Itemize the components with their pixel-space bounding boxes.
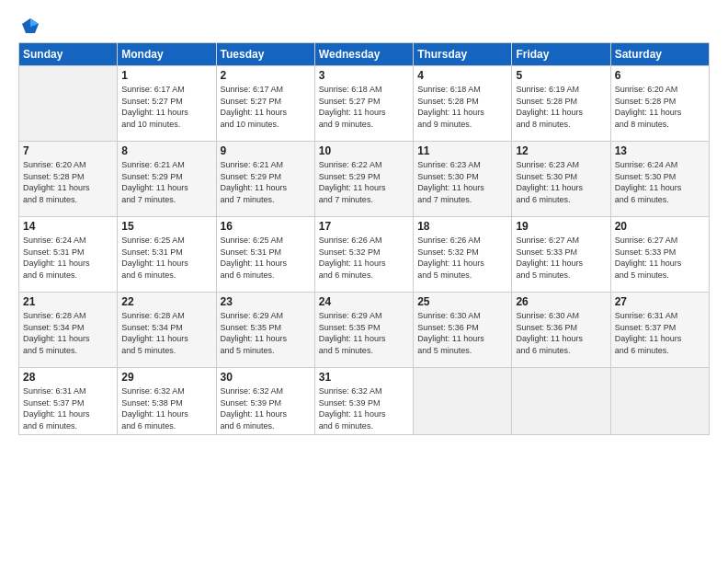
day-number: 4 [417, 69, 507, 82]
day-number: 6 [615, 69, 705, 82]
calendar-cell [610, 368, 709, 435]
day-info: Sunrise: 6:26 AM Sunset: 5:32 PM Dayligh… [417, 236, 484, 280]
day-info: Sunrise: 6:31 AM Sunset: 5:37 PM Dayligh… [23, 386, 90, 431]
day-number: 2 [221, 69, 311, 82]
header [18, 17, 710, 37]
calendar-cell: 14Sunrise: 6:24 AM Sunset: 5:31 PM Dayli… [19, 217, 118, 293]
day-number: 30 [221, 371, 311, 384]
calendar-cell: 15Sunrise: 6:25 AM Sunset: 5:31 PM Dayli… [118, 217, 216, 293]
day-info: Sunrise: 6:28 AM Sunset: 5:34 PM Dayligh… [23, 311, 90, 355]
day-number: 25 [417, 295, 507, 308]
calendar-cell: 23Sunrise: 6:29 AM Sunset: 5:35 PM Dayli… [216, 293, 314, 368]
day-number: 11 [417, 144, 507, 157]
day-number: 23 [221, 295, 311, 308]
day-info: Sunrise: 6:21 AM Sunset: 5:29 PM Dayligh… [221, 160, 288, 204]
day-number: 8 [121, 144, 211, 157]
day-number: 22 [121, 295, 211, 308]
day-info: Sunrise: 6:32 AM Sunset: 5:38 PM Dayligh… [121, 386, 188, 431]
calendar-cell: 28Sunrise: 6:31 AM Sunset: 5:37 PM Dayli… [19, 368, 118, 435]
day-number: 9 [221, 144, 311, 157]
calendar-cell: 22Sunrise: 6:28 AM Sunset: 5:34 PM Dayli… [118, 293, 216, 368]
day-number: 21 [23, 295, 113, 308]
calendar-cell: 31Sunrise: 6:32 AM Sunset: 5:39 PM Dayli… [314, 368, 413, 435]
calendar-cell: 24Sunrise: 6:29 AM Sunset: 5:35 PM Dayli… [314, 293, 413, 368]
calendar-cell: 29Sunrise: 6:32 AM Sunset: 5:38 PM Dayli… [118, 368, 216, 435]
day-number: 14 [23, 220, 113, 233]
day-info: Sunrise: 6:32 AM Sunset: 5:39 PM Dayligh… [319, 386, 386, 431]
day-info: Sunrise: 6:21 AM Sunset: 5:29 PM Dayligh… [121, 160, 188, 204]
day-info: Sunrise: 6:19 AM Sunset: 5:28 PM Dayligh… [516, 85, 583, 129]
calendar-cell: 9Sunrise: 6:21 AM Sunset: 5:29 PM Daylig… [216, 142, 314, 217]
day-info: Sunrise: 6:18 AM Sunset: 5:27 PM Dayligh… [319, 85, 386, 129]
day-number: 1 [121, 69, 211, 82]
day-info: Sunrise: 6:25 AM Sunset: 5:31 PM Dayligh… [121, 236, 188, 280]
day-info: Sunrise: 6:24 AM Sunset: 5:30 PM Dayligh… [615, 160, 682, 204]
day-number: 10 [319, 144, 409, 157]
day-info: Sunrise: 6:29 AM Sunset: 5:35 PM Dayligh… [319, 311, 386, 355]
calendar-cell: 12Sunrise: 6:23 AM Sunset: 5:30 PM Dayli… [512, 142, 610, 217]
calendar-cell: 8Sunrise: 6:21 AM Sunset: 5:29 PM Daylig… [118, 142, 216, 217]
day-info: Sunrise: 6:27 AM Sunset: 5:33 PM Dayligh… [615, 236, 682, 280]
day-number: 26 [516, 295, 606, 308]
day-info: Sunrise: 6:26 AM Sunset: 5:32 PM Dayligh… [319, 236, 386, 280]
calendar-cell: 19Sunrise: 6:27 AM Sunset: 5:33 PM Dayli… [512, 217, 610, 293]
day-info: Sunrise: 6:20 AM Sunset: 5:28 PM Dayligh… [23, 160, 90, 204]
day-number: 20 [615, 220, 705, 233]
day-number: 28 [23, 371, 113, 384]
week-row-2: 7Sunrise: 6:20 AM Sunset: 5:28 PM Daylig… [19, 142, 710, 217]
day-number: 3 [319, 69, 409, 82]
weekday-header-thursday: Thursday [414, 43, 512, 66]
day-number: 12 [516, 144, 606, 157]
calendar-cell: 16Sunrise: 6:25 AM Sunset: 5:31 PM Dayli… [216, 217, 314, 293]
calendar-cell [19, 66, 118, 142]
calendar-cell: 10Sunrise: 6:22 AM Sunset: 5:29 PM Dayli… [314, 142, 413, 217]
week-row-4: 21Sunrise: 6:28 AM Sunset: 5:34 PM Dayli… [19, 293, 710, 368]
logo [18, 17, 40, 37]
day-number: 15 [121, 220, 211, 233]
day-info: Sunrise: 6:20 AM Sunset: 5:28 PM Dayligh… [615, 85, 682, 129]
weekday-header-friday: Friday [512, 43, 610, 66]
weekday-header-monday: Monday [118, 43, 216, 66]
calendar-cell: 25Sunrise: 6:30 AM Sunset: 5:36 PM Dayli… [414, 293, 512, 368]
calendar-cell: 7Sunrise: 6:20 AM Sunset: 5:28 PM Daylig… [19, 142, 118, 217]
calendar-cell [414, 368, 512, 435]
calendar: SundayMondayTuesdayWednesdayThursdayFrid… [18, 42, 710, 435]
calendar-cell: 17Sunrise: 6:26 AM Sunset: 5:32 PM Dayli… [314, 217, 413, 293]
day-info: Sunrise: 6:31 AM Sunset: 5:37 PM Dayligh… [615, 311, 682, 355]
day-info: Sunrise: 6:27 AM Sunset: 5:33 PM Dayligh… [516, 236, 583, 280]
calendar-cell: 13Sunrise: 6:24 AM Sunset: 5:30 PM Dayli… [610, 142, 709, 217]
day-number: 29 [121, 371, 211, 384]
calendar-cell: 30Sunrise: 6:32 AM Sunset: 5:39 PM Dayli… [216, 368, 314, 435]
day-number: 19 [516, 220, 606, 233]
weekday-header-row: SundayMondayTuesdayWednesdayThursdayFrid… [19, 43, 710, 66]
day-info: Sunrise: 6:28 AM Sunset: 5:34 PM Dayligh… [121, 311, 188, 355]
week-row-3: 14Sunrise: 6:24 AM Sunset: 5:31 PM Dayli… [19, 217, 710, 293]
day-number: 17 [319, 220, 409, 233]
calendar-cell: 21Sunrise: 6:28 AM Sunset: 5:34 PM Dayli… [19, 293, 118, 368]
calendar-cell: 20Sunrise: 6:27 AM Sunset: 5:33 PM Dayli… [610, 217, 709, 293]
day-info: Sunrise: 6:29 AM Sunset: 5:35 PM Dayligh… [221, 311, 288, 355]
day-number: 18 [417, 220, 507, 233]
calendar-cell: 18Sunrise: 6:26 AM Sunset: 5:32 PM Dayli… [414, 217, 512, 293]
page: SundayMondayTuesdayWednesdayThursdayFrid… [0, 0, 728, 563]
day-info: Sunrise: 6:25 AM Sunset: 5:31 PM Dayligh… [221, 236, 288, 280]
calendar-cell: 5Sunrise: 6:19 AM Sunset: 5:28 PM Daylig… [512, 66, 610, 142]
calendar-cell: 11Sunrise: 6:23 AM Sunset: 5:30 PM Dayli… [414, 142, 512, 217]
weekday-header-wednesday: Wednesday [314, 43, 413, 66]
day-number: 27 [615, 295, 705, 308]
calendar-cell: 27Sunrise: 6:31 AM Sunset: 5:37 PM Dayli… [610, 293, 709, 368]
day-number: 31 [319, 371, 409, 384]
weekday-header-tuesday: Tuesday [216, 43, 314, 66]
calendar-cell: 26Sunrise: 6:30 AM Sunset: 5:36 PM Dayli… [512, 293, 610, 368]
calendar-cell: 4Sunrise: 6:18 AM Sunset: 5:28 PM Daylig… [414, 66, 512, 142]
day-number: 13 [615, 144, 705, 157]
logo-flag-icon [20, 17, 40, 37]
day-info: Sunrise: 6:30 AM Sunset: 5:36 PM Dayligh… [516, 311, 583, 355]
day-number: 7 [23, 144, 113, 157]
weekday-header-saturday: Saturday [610, 43, 709, 66]
day-number: 16 [221, 220, 311, 233]
calendar-cell: 2Sunrise: 6:17 AM Sunset: 5:27 PM Daylig… [216, 66, 314, 142]
week-row-5: 28Sunrise: 6:31 AM Sunset: 5:37 PM Dayli… [19, 368, 710, 435]
day-info: Sunrise: 6:23 AM Sunset: 5:30 PM Dayligh… [516, 160, 583, 204]
day-info: Sunrise: 6:24 AM Sunset: 5:31 PM Dayligh… [23, 236, 90, 280]
